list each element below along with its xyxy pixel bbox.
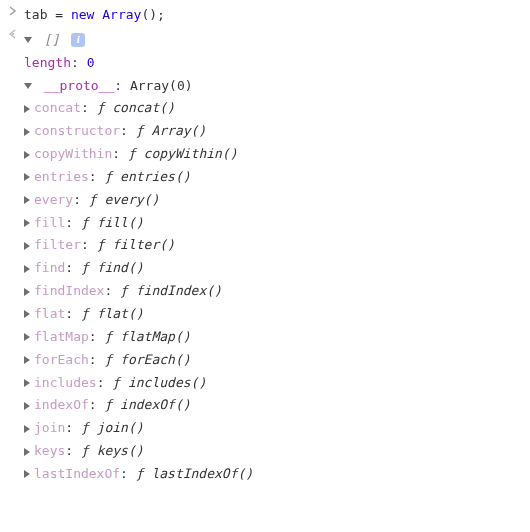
- method-name: constructor: [34, 123, 120, 138]
- function-signature: flat(): [97, 306, 144, 321]
- expand-caret-icon[interactable]: [24, 402, 30, 410]
- colon: :: [73, 192, 89, 207]
- proto-method-row[interactable]: flat: ƒ flat(): [24, 303, 522, 326]
- console-output-row: [] i length: 0 __proto__: Array(0) conca…: [0, 27, 530, 488]
- expand-caret-icon[interactable]: [24, 151, 30, 159]
- method-name: copyWithin: [34, 146, 112, 161]
- function-f-glyph: ƒ: [81, 443, 97, 458]
- function-f-glyph: ƒ: [81, 420, 97, 435]
- expand-caret-icon[interactable]: [24, 83, 32, 89]
- method-name: every: [34, 192, 73, 207]
- class-name: Array: [102, 7, 141, 22]
- array-preview: []: [44, 32, 60, 47]
- result-array-root[interactable]: [] i: [24, 29, 522, 52]
- expand-caret-icon[interactable]: [24, 37, 32, 43]
- expand-caret-icon[interactable]: [24, 356, 30, 364]
- proto-method-row[interactable]: concat: ƒ concat(): [24, 97, 522, 120]
- colon: :: [112, 146, 128, 161]
- info-icon[interactable]: i: [71, 33, 85, 47]
- colon: :: [65, 443, 81, 458]
- expand-caret-icon[interactable]: [24, 379, 30, 387]
- colon: :: [89, 169, 105, 184]
- function-f-glyph: ƒ: [136, 123, 152, 138]
- expand-caret-icon[interactable]: [24, 105, 30, 113]
- function-signature: concat(): [112, 100, 175, 115]
- function-f-glyph: ƒ: [104, 352, 120, 367]
- colon: :: [89, 397, 105, 412]
- console-input-code[interactable]: tab = new Array();: [24, 6, 522, 25]
- function-signature: flatMap(): [120, 329, 190, 344]
- expand-caret-icon[interactable]: [24, 470, 30, 478]
- function-signature: every(): [104, 192, 159, 207]
- expand-caret-icon[interactable]: [24, 425, 30, 433]
- proto-method-row[interactable]: constructor: ƒ Array(): [24, 120, 522, 143]
- function-f-glyph: ƒ: [120, 283, 136, 298]
- prop-key: __proto__: [44, 78, 114, 93]
- function-f-glyph: ƒ: [128, 146, 144, 161]
- proto-method-row[interactable]: keys: ƒ keys(): [24, 440, 522, 463]
- function-signature: join(): [97, 420, 144, 435]
- proto-method-row[interactable]: entries: ƒ entries(): [24, 166, 522, 189]
- method-name: includes: [34, 375, 97, 390]
- method-name: find: [34, 260, 65, 275]
- colon: :: [65, 306, 81, 321]
- function-f-glyph: ƒ: [104, 329, 120, 344]
- proto-method-row[interactable]: every: ƒ every(): [24, 189, 522, 212]
- function-signature: filter(): [112, 237, 175, 252]
- length-property[interactable]: length: 0: [24, 52, 522, 75]
- function-f-glyph: ƒ: [81, 306, 97, 321]
- proto-method-row[interactable]: indexOf: ƒ indexOf(): [24, 394, 522, 417]
- expand-caret-icon[interactable]: [24, 128, 30, 136]
- function-f-glyph: ƒ: [89, 192, 105, 207]
- expand-caret-icon[interactable]: [24, 173, 30, 181]
- call-suffix: ();: [141, 7, 164, 22]
- svg-point-0: [12, 33, 14, 35]
- function-f-glyph: ƒ: [81, 260, 97, 275]
- expand-caret-icon[interactable]: [24, 196, 30, 204]
- function-f-glyph: ƒ: [104, 397, 120, 412]
- method-name: flatMap: [34, 329, 89, 344]
- assign-op: =: [55, 7, 63, 22]
- method-name: indexOf: [34, 397, 89, 412]
- proto-method-row[interactable]: filter: ƒ filter(): [24, 234, 522, 257]
- proto-method-row[interactable]: forEach: ƒ forEach(): [24, 349, 522, 372]
- proto-method-row[interactable]: fill: ƒ fill(): [24, 212, 522, 235]
- expand-caret-icon[interactable]: [24, 310, 30, 318]
- function-signature: includes(): [128, 375, 206, 390]
- prop-value: Array(0): [130, 78, 193, 93]
- proto-property[interactable]: __proto__: Array(0): [24, 75, 522, 98]
- method-name: concat: [34, 100, 81, 115]
- method-name: keys: [34, 443, 65, 458]
- proto-method-row[interactable]: flatMap: ƒ flatMap(): [24, 326, 522, 349]
- method-name: fill: [34, 215, 65, 230]
- colon: :: [65, 260, 81, 275]
- expand-caret-icon[interactable]: [24, 333, 30, 341]
- proto-method-row[interactable]: lastIndexOf: ƒ lastIndexOf(): [24, 463, 522, 486]
- method-name: findIndex: [34, 283, 104, 298]
- console-input-row: tab = new Array();: [0, 4, 530, 27]
- function-f-glyph: ƒ: [104, 169, 120, 184]
- function-signature: keys(): [97, 443, 144, 458]
- expand-caret-icon[interactable]: [24, 288, 30, 296]
- proto-method-row[interactable]: find: ƒ find(): [24, 257, 522, 280]
- method-name: flat: [34, 306, 65, 321]
- colon: :: [81, 100, 97, 115]
- expand-caret-icon[interactable]: [24, 242, 30, 250]
- method-name: forEach: [34, 352, 89, 367]
- expand-caret-icon[interactable]: [24, 448, 30, 456]
- function-f-glyph: ƒ: [136, 466, 152, 481]
- function-f-glyph: ƒ: [97, 237, 113, 252]
- proto-method-row[interactable]: findIndex: ƒ findIndex(): [24, 280, 522, 303]
- colon: :: [89, 329, 105, 344]
- expand-caret-icon[interactable]: [24, 219, 30, 227]
- proto-method-row[interactable]: includes: ƒ includes(): [24, 372, 522, 395]
- proto-method-row[interactable]: copyWithin: ƒ copyWithin(): [24, 143, 522, 166]
- colon: :: [104, 283, 120, 298]
- colon: :: [120, 466, 136, 481]
- function-signature: find(): [97, 260, 144, 275]
- proto-method-row[interactable]: join: ƒ join(): [24, 417, 522, 440]
- expand-caret-icon[interactable]: [24, 265, 30, 273]
- function-signature: forEach(): [120, 352, 190, 367]
- colon: :: [65, 420, 81, 435]
- colon: :: [120, 123, 136, 138]
